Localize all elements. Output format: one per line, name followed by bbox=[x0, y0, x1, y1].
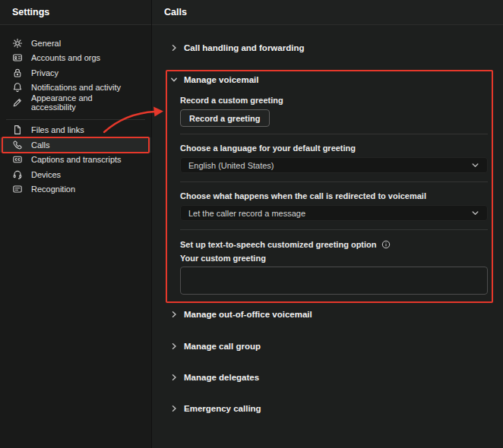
chevron-right-icon bbox=[170, 41, 178, 55]
phone-icon bbox=[12, 140, 23, 150]
section-call-handling[interactable]: Call handling and forwarding bbox=[170, 42, 304, 53]
sidebar-item-label: Recognition bbox=[31, 185, 75, 194]
section-label: Manage call group bbox=[184, 342, 261, 351]
bell-icon bbox=[12, 82, 23, 93]
sidebar-item-recognition[interactable]: Recognition bbox=[0, 182, 151, 197]
section-manage-voicemail[interactable]: Manage voicemail bbox=[170, 74, 258, 85]
section-label: Manage out-of-office voicemail bbox=[184, 310, 312, 319]
chevron-right-icon bbox=[170, 371, 178, 384]
sidebar-header: Settings bbox=[0, 0, 151, 25]
sidebar-item-calls[interactable]: Calls bbox=[0, 137, 151, 153]
gear-icon bbox=[12, 38, 23, 49]
paintbrush-icon bbox=[12, 97, 23, 108]
tts-label-text: Set up text-to-speech customized greetin… bbox=[180, 240, 377, 249]
section-label: Manage voicemail bbox=[184, 75, 258, 84]
divider bbox=[180, 181, 488, 182]
calls-settings-panel: Calls Call handling and forwarding Manag… bbox=[152, 0, 503, 448]
file-icon bbox=[12, 125, 23, 135]
section-label: Manage delegates bbox=[184, 373, 259, 382]
section-call-group[interactable]: Manage call group bbox=[170, 340, 261, 352]
sidebar-nav: General Accounts and orgs Privacy Notifi… bbox=[0, 25, 151, 197]
language-dropdown[interactable]: English (United States) bbox=[180, 157, 488, 173]
sidebar-item-devices[interactable]: Devices bbox=[0, 167, 151, 182]
chevron-right-icon bbox=[170, 308, 178, 321]
sidebar-item-label: Files and links bbox=[31, 125, 84, 134]
sidebar-item-label: Appearance and accessibility bbox=[31, 93, 139, 112]
chevron-down-icon bbox=[471, 209, 479, 217]
sidebar-item-captions[interactable]: Captions and transcripts bbox=[0, 153, 151, 168]
chevron-down-icon bbox=[471, 161, 479, 169]
sidebar-item-appearance[interactable]: Appearance and accessibility bbox=[0, 95, 151, 110]
redirect-dropdown[interactable]: Let the caller record a message bbox=[180, 205, 488, 221]
settings-title: Settings bbox=[12, 0, 139, 25]
sidebar-item-label: Notifications and activity bbox=[31, 83, 121, 92]
sidebar-item-label: General bbox=[31, 39, 61, 48]
sidebar-item-label: Privacy bbox=[31, 68, 59, 77]
sidebar-item-files-and-links[interactable]: Files and links bbox=[0, 123, 151, 138]
id-card-icon bbox=[12, 52, 23, 63]
section-emergency-calling[interactable]: Emergency calling bbox=[170, 402, 261, 414]
divider bbox=[180, 134, 488, 134]
headset-icon bbox=[12, 169, 23, 180]
settings-sidebar: Settings General Accounts and orgs Priva… bbox=[0, 0, 152, 448]
sidebar-item-label: Devices bbox=[31, 170, 61, 179]
section-out-of-office-voicemail[interactable]: Manage out-of-office voicemail bbox=[170, 308, 312, 320]
sidebar-item-privacy[interactable]: Privacy bbox=[0, 65, 151, 80]
sidebar-item-label: Accounts and orgs bbox=[31, 53, 100, 62]
chevron-right-icon bbox=[170, 402, 178, 415]
record-greeting-label: Record a custom greeting bbox=[180, 96, 283, 105]
section-label: Emergency calling bbox=[184, 404, 261, 413]
chevron-right-icon bbox=[170, 339, 178, 353]
sidebar-divider bbox=[6, 119, 145, 120]
custom-greeting-label: Your custom greeting bbox=[180, 254, 266, 263]
lock-icon bbox=[12, 68, 23, 78]
panel-header: Calls bbox=[152, 0, 503, 25]
section-delegates[interactable]: Manage delegates bbox=[170, 371, 259, 383]
record-greeting-button[interactable]: Record a greeting bbox=[180, 109, 270, 127]
divider bbox=[180, 229, 488, 230]
section-label: Call handling and forwarding bbox=[184, 43, 304, 52]
sidebar-item-label: Captions and transcripts bbox=[31, 155, 122, 164]
sidebar-item-general[interactable]: General bbox=[0, 36, 151, 51]
info-icon[interactable] bbox=[381, 240, 391, 249]
tts-label: Set up text-to-speech customized greetin… bbox=[180, 240, 391, 249]
sidebar-item-accounts-and-orgs[interactable]: Accounts and orgs bbox=[0, 51, 151, 66]
page-title: Calls bbox=[164, 0, 491, 25]
sidebar-item-label: Calls bbox=[31, 140, 49, 150]
chevron-down-icon bbox=[170, 73, 178, 87]
language-dropdown-value: English (United States) bbox=[188, 161, 274, 170]
custom-greeting-input[interactable] bbox=[180, 267, 488, 295]
captions-icon bbox=[12, 154, 23, 165]
recognition-icon bbox=[12, 184, 23, 194]
language-label: Choose a language for your default greet… bbox=[180, 144, 356, 153]
settings-window: Settings General Accounts and orgs Priva… bbox=[0, 0, 503, 448]
redirect-dropdown-value: Let the caller record a message bbox=[188, 209, 305, 218]
redirect-label: Choose what happens when the call is red… bbox=[180, 191, 426, 200]
